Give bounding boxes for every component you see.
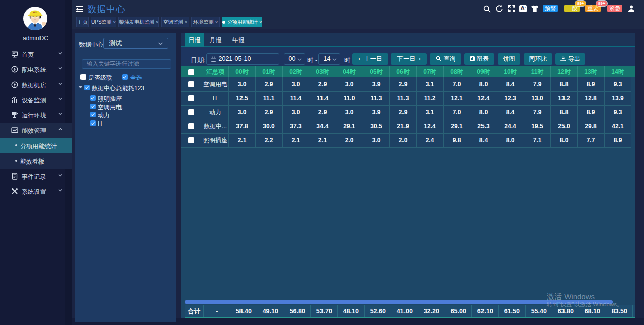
svg-text:bd: bd [33,12,35,14]
